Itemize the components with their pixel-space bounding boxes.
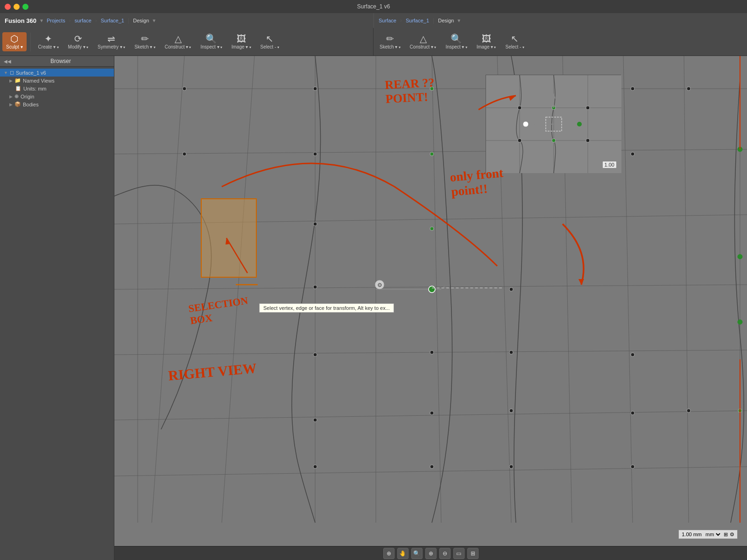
construct-r-label: Construct ▾	[410, 44, 437, 49]
mm-settings[interactable]: ⚙	[730, 532, 734, 538]
image-r-label: Image ▾	[477, 44, 496, 49]
browser-collapse[interactable]: ◀◀	[4, 59, 11, 64]
status-zoomin-btn[interactable]: ⊖	[439, 548, 451, 559]
expand-namedviews[interactable]: ▶	[9, 78, 13, 83]
svg-point-20	[313, 87, 317, 91]
nav-projects[interactable]: Projects	[47, 18, 65, 23]
inspect-r-button[interactable]: 🔍 Inspect ▾	[442, 32, 471, 51]
inset-viewport: 1.00	[486, 75, 621, 173]
nav-design-r[interactable]: Design	[438, 18, 454, 23]
status-zoomfit-btn[interactable]: ⊕	[425, 548, 437, 559]
svg-point-40	[313, 418, 317, 422]
inspect-button[interactable]: 🔍 Inspect ▾	[197, 32, 226, 51]
tree-item-origin[interactable]: ▶ ⊕ Origin	[0, 92, 114, 100]
annotation-selection-box: SELECTIONBOX	[188, 294, 250, 327]
svg-point-34	[430, 287, 434, 291]
select-label: Select -	[261, 44, 279, 49]
svg-point-49	[738, 147, 742, 152]
status-snap-btn[interactable]: ⊕	[383, 548, 395, 559]
tree-item-units[interactable]: 📋 Units: mm	[0, 84, 114, 92]
select-r-button[interactable]: ↖ Select -	[501, 32, 528, 51]
browser-panel: ◀◀ Browser ▼ ◻ Surface_1 v6 ▶ 📁 Named Vi…	[0, 56, 114, 560]
sculpt-button[interactable]: ⬡ Sculpt ▾	[2, 32, 27, 51]
svg-point-78	[523, 121, 529, 127]
main-area: ◀◀ Browser ▼ ◻ Surface_1 v6 ▶ 📁 Named Vi…	[0, 56, 747, 560]
expand-surface1[interactable]: ▼	[4, 70, 8, 75]
svg-point-36	[313, 353, 317, 357]
symmetry-icon: ⇌	[107, 34, 115, 43]
image-icon: 🖼	[237, 34, 246, 43]
tree-item-bodies[interactable]: ▶ 📦 Bodies	[0, 100, 114, 108]
nav-surface1-r[interactable]: Surface_1	[406, 18, 429, 23]
inspect-label: Inspect ▾	[201, 44, 222, 49]
right-toolbar: ✏ Sketch ▾ △ Construct ▾ 🔍 Inspect ▾ 🖼 I…	[374, 28, 747, 56]
svg-point-33	[313, 285, 317, 289]
expand-origin[interactable]: ▶	[9, 94, 13, 99]
image-r-button[interactable]: 🖼 Image ▾	[473, 32, 500, 51]
modify-button[interactable]: ⟳ Modify ▾	[64, 32, 92, 51]
svg-line-9	[623, 56, 633, 523]
titlebar: Surface_1 v6	[0, 0, 747, 13]
nav-surface-r[interactable]: Surface	[379, 18, 396, 23]
svg-point-19	[183, 87, 186, 91]
sketch-r-icon: ✏	[386, 34, 394, 43]
left-toolbar: ⬡ Sculpt ▾ ✦ Create ▾ ⟳ Modify ▾ ⇌ Symme…	[0, 28, 374, 56]
bodies-label: Bodies	[23, 102, 39, 107]
annotation-right-view: RIGHT VIEW	[168, 360, 257, 384]
mm-expand[interactable]: ⊞	[724, 532, 728, 538]
svg-point-37	[430, 350, 434, 354]
create-button[interactable]: ✦ Create ▾	[35, 32, 63, 51]
origin-label: Origin	[21, 94, 34, 99]
select-r-label: Select -	[505, 44, 524, 49]
select-button[interactable]: ↖ Select -	[257, 32, 283, 51]
svg-line-6	[432, 56, 441, 523]
construct-r-button[interactable]: △ Construct ▾	[406, 32, 440, 51]
nav-surface1[interactable]: Surface_1	[101, 18, 124, 23]
viewport-canvas: ⚙	[114, 56, 747, 560]
browser-tree: ▼ ◻ Surface_1 v6 ▶ 📁 Named Views 📋 Units…	[0, 67, 114, 110]
sketch-r-button[interactable]: ✏ Sketch ▾	[376, 32, 404, 51]
tree-item-surface1[interactable]: ▼ ◻ Surface_1 v6	[0, 69, 114, 77]
statusbar-icons: ⊕ 🤚 🔍 ⊕ ⊖ ▭ ⊞	[383, 548, 479, 559]
svg-point-45	[313, 465, 317, 469]
sculpt-icon: ⬡	[10, 34, 18, 43]
svg-line-17	[114, 411, 747, 420]
construct-button[interactable]: △ Construct ▾	[161, 32, 195, 51]
close-button[interactable]	[5, 4, 11, 10]
image-button[interactable]: 🖼 Image ▾	[228, 32, 255, 51]
maximize-button[interactable]	[22, 4, 28, 10]
display-mode-btn[interactable]: ▭	[453, 548, 465, 559]
expand-bodies[interactable]: ▶	[9, 102, 13, 107]
svg-point-56	[375, 280, 384, 289]
browser-title: Browser	[11, 58, 110, 64]
image-label: Image ▾	[232, 44, 251, 49]
tree-item-namedviews[interactable]: ▶ 📁 Named Views	[0, 77, 114, 84]
mm-unit-select[interactable]: mm in	[704, 531, 722, 538]
statusbar: ⊕ 🤚 🔍 ⊕ ⊖ ▭ ⊞	[114, 546, 747, 560]
viewport-tooltip: Select vertex, edge or face for transfor…	[259, 303, 394, 313]
modify-label: Modify ▾	[68, 44, 88, 49]
status-pan-btn[interactable]: 🤚	[397, 548, 409, 559]
svg-point-51	[738, 320, 742, 324]
svg-line-2	[152, 56, 184, 523]
nav-surface[interactable]: surface	[75, 18, 92, 23]
viewport[interactable]: ⚙	[114, 56, 747, 560]
mm-input[interactable]: 1.00 mm mm in ⊞ ⚙	[678, 530, 738, 539]
status-zoom-btn[interactable]: 🔍	[411, 548, 423, 559]
minimize-button[interactable]	[14, 4, 20, 10]
mm-value: 1.00 mm	[682, 532, 702, 537]
nav-design[interactable]: Design	[133, 18, 149, 23]
grid-btn[interactable]: ⊞	[467, 548, 479, 559]
svg-point-41	[430, 411, 434, 415]
svg-point-31	[313, 222, 317, 226]
svg-point-70	[552, 139, 556, 142]
inset-value-input[interactable]: 1.00	[602, 161, 617, 168]
symmetry-button[interactable]: ⇌ Symmetry ▾	[94, 32, 129, 51]
svg-point-35	[509, 287, 513, 291]
svg-point-28	[430, 152, 434, 156]
sketch-button[interactable]: ✏ Sketch ▾	[131, 32, 159, 51]
inspect-r-label: Inspect ▾	[445, 44, 467, 49]
svg-point-21	[430, 87, 434, 91]
svg-line-10	[684, 56, 689, 523]
svg-line-13	[114, 149, 747, 154]
